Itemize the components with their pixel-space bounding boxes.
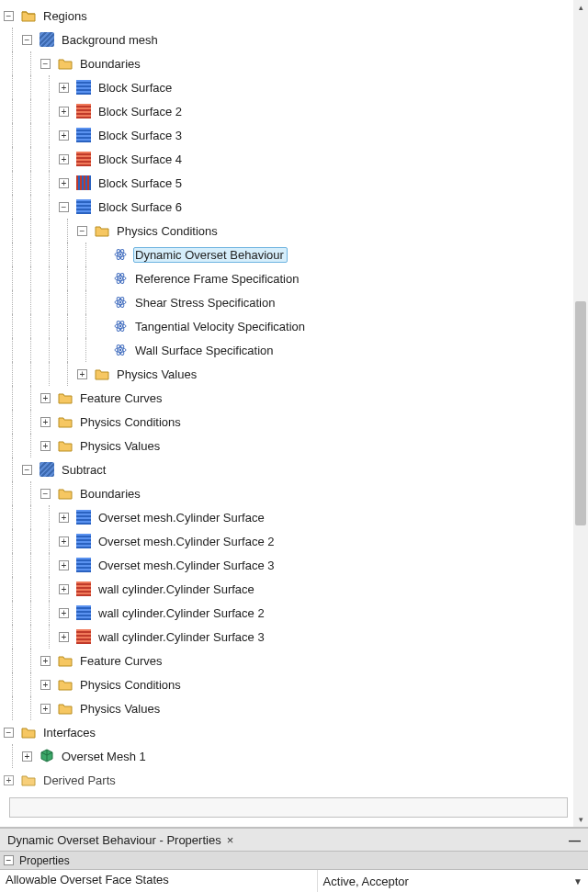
expand-toggle[interactable]: + (22, 751, 32, 762)
expand-toggle[interactable]: − (77, 226, 87, 236)
scroll-down-button[interactable]: ▾ (573, 812, 588, 827)
tree-node-physics-condition-item[interactable]: · Tangential Velocity Specification (4, 314, 573, 338)
expand-toggle[interactable]: − (40, 59, 51, 69)
physics-icon (113, 271, 128, 286)
node-label: Derived Parts (41, 773, 119, 788)
expand-toggle[interactable]: + (59, 536, 69, 547)
drop-area[interactable] (9, 797, 568, 818)
expand-toggle[interactable]: + (40, 393, 51, 403)
expand-toggle[interactable]: + (40, 441, 51, 451)
node-label: Block Surface 6 (96, 199, 186, 215)
expand-toggle[interactable]: + (77, 369, 87, 379)
tree-node-physics-values[interactable]: + Physics Values (4, 362, 573, 386)
tree-node-subtract-boundary[interactable]: + wall cylinder.Cylinder Surface (4, 577, 573, 601)
vertical-scrollbar[interactable]: ▴ ▾ (573, 0, 588, 827)
expand-toggle[interactable]: + (59, 560, 69, 570)
tree-node-overset-mesh-1[interactable]: + Overset Mesh 1 (4, 744, 573, 768)
expand-toggle[interactable]: + (59, 178, 69, 188)
surface-icon (76, 80, 91, 95)
tree-node-feature-curves[interactable]: + Feature Curves (4, 649, 573, 672)
node-label: Subtract (60, 462, 109, 478)
folder-open-icon (58, 486, 73, 501)
tree-node-physics-condition-item[interactable]: · Dynamic Overset Behaviour (4, 243, 573, 266)
tree-node-subtract-boundary[interactable]: + Overset mesh.Cylinder Surface (4, 505, 573, 529)
tree-node-subtract-boundary[interactable]: + wall cylinder.Cylinder Surface 3 (4, 625, 573, 649)
tree-node-background-mesh[interactable]: − Background mesh (4, 28, 573, 51)
tree-node-physics-condition-item[interactable]: · Reference Frame Specification (4, 266, 573, 290)
node-label: Block Surface 2 (96, 104, 186, 119)
tree-node-derived-parts[interactable]: + Derived Parts (4, 768, 573, 792)
properties-section-header[interactable]: − Properties (0, 852, 588, 870)
tree-node-block-surface[interactable]: + Block Surface (4, 75, 573, 99)
tree-node-physics-conditions[interactable]: + Physics Conditions (4, 672, 573, 696)
expand-toggle[interactable]: + (59, 83, 69, 93)
tree-node-physics-condition-item[interactable]: · Shear Stress Specification (4, 290, 573, 314)
tree-node-physics-values[interactable]: + Physics Values (4, 434, 573, 457)
folder-icon (58, 414, 73, 429)
property-name: Allowable Overset Face States (0, 870, 318, 892)
folder-icon (58, 677, 73, 692)
minimize-icon[interactable]: — (566, 833, 581, 847)
expand-toggle[interactable]: + (40, 656, 51, 666)
surface-icon (76, 581, 91, 596)
expand-toggle[interactable]: + (59, 584, 69, 594)
tree-node-boundaries[interactable]: − Boundaries (4, 481, 573, 505)
node-label: Physics Conditions (78, 414, 185, 430)
properties-panel-title-bar: Dynamic Overset Behaviour - Properties ×… (0, 828, 588, 852)
tree-node-interfaces[interactable]: − Interfaces (4, 720, 573, 744)
tree-node-physics-values[interactable]: + Physics Values (4, 696, 573, 720)
expand-toggle[interactable]: + (40, 417, 51, 427)
node-label: Physics Conditions (78, 677, 185, 693)
node-label: Feature Curves (78, 653, 166, 669)
tree-node-subtract-boundary[interactable]: + wall cylinder.Cylinder Surface 2 (4, 601, 573, 625)
tree-node-subtract-boundary[interactable]: + Overset mesh.Cylinder Surface 2 (4, 529, 573, 553)
expand-toggle[interactable]: + (59, 130, 69, 141)
expand-toggle[interactable]: + (59, 632, 69, 642)
tree-node-physics-conditions[interactable]: + Physics Conditions (4, 410, 573, 434)
expand-toggle[interactable]: + (59, 513, 69, 523)
tree-node-block-surface[interactable]: + Block Surface 5 (4, 171, 573, 195)
expand-toggle[interactable]: + (59, 154, 69, 164)
node-label: Tangential Velocity Specification (133, 319, 309, 334)
scrollbar-track[interactable] (573, 15, 588, 812)
node-label: Interfaces (41, 725, 99, 740)
tree-node-boundaries[interactable]: − Boundaries (4, 51, 573, 75)
expand-toggle[interactable]: + (40, 680, 51, 690)
svg-point-19 (119, 349, 121, 351)
node-label: Block Surface 4 (96, 152, 186, 167)
node-label: wall cylinder.Cylinder Surface (96, 581, 258, 597)
node-label: wall cylinder.Cylinder Surface 3 (96, 629, 268, 645)
tree-node-physics-conditions[interactable]: − Physics Conditions (4, 219, 573, 243)
tree-node-block-surface[interactable]: + Block Surface 4 (4, 147, 573, 171)
tree-node-physics-condition-item[interactable]: · Wall Surface Specification (4, 338, 573, 362)
expand-toggle[interactable]: − (22, 465, 32, 475)
scrollbar-thumb[interactable] (575, 301, 586, 525)
expand-toggle[interactable]: + (4, 775, 14, 785)
tree-node-subtract-boundary[interactable]: + Overset mesh.Cylinder Surface 3 (4, 553, 573, 577)
expand-toggle[interactable]: − (4, 11, 14, 21)
tree-node-block-surface[interactable]: + Block Surface 2 (4, 99, 573, 123)
expand-toggle[interactable]: + (40, 704, 51, 714)
expand-toggle[interactable]: + (59, 608, 69, 618)
node-label: Boundaries (78, 56, 144, 72)
collapse-toggle[interactable]: − (4, 855, 14, 865)
node-label: Overset mesh.Cylinder Surface 3 (96, 558, 277, 573)
physics-icon (113, 343, 128, 357)
surface-icon (76, 104, 91, 119)
close-icon[interactable]: × (227, 833, 234, 847)
node-label: Shear Stress Specification (133, 295, 278, 311)
expand-toggle[interactable]: + (59, 107, 69, 117)
scroll-up-button[interactable]: ▴ (573, 0, 588, 15)
tree-node-block-surface-6[interactable]: − Block Surface 6 (4, 195, 573, 219)
expand-toggle[interactable]: − (59, 202, 69, 212)
expand-toggle[interactable]: − (4, 728, 14, 738)
folder-open-icon (95, 223, 109, 238)
tree-node-subtract[interactable]: − Subtract (4, 457, 573, 481)
property-value-dropdown[interactable]: Active, Acceptor ▼ (318, 870, 588, 892)
expand-toggle[interactable]: − (22, 35, 32, 45)
tree-node-regions[interactable]: − Regions (4, 4, 573, 28)
tree-node-block-surface[interactable]: + Block Surface 3 (4, 123, 573, 147)
expand-toggle[interactable]: − (40, 489, 51, 499)
tree-node-feature-curves[interactable]: + Feature Curves (4, 386, 573, 410)
folder-open-icon (21, 725, 36, 740)
